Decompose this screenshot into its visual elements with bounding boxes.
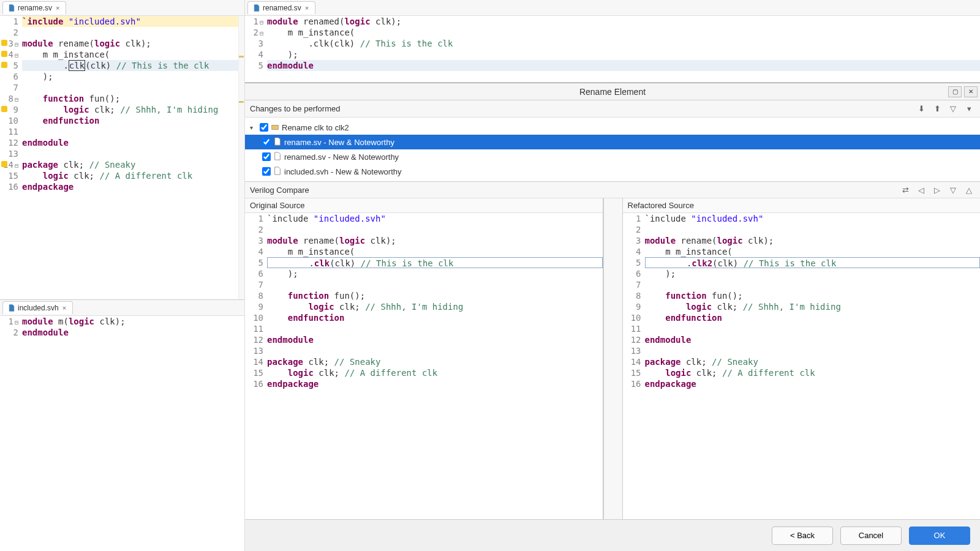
tree-item-label: included.svh - New & Noteworthy xyxy=(284,167,401,176)
compare-separator xyxy=(603,198,623,519)
tree-checkbox[interactable] xyxy=(262,138,271,146)
copy-right-icon[interactable]: ▷ xyxy=(931,184,943,196)
tree-checkbox[interactable] xyxy=(262,152,271,161)
left-top-tab-bar: rename.sv × xyxy=(0,0,244,16)
dialog-title: Rename Element xyxy=(579,87,646,97)
prev-diff-icon[interactable]: △ xyxy=(963,184,975,196)
overview-ruler[interactable] xyxy=(238,16,244,299)
tree-item-label: renamed.sv - New & Noteworthy xyxy=(284,152,399,162)
refactored-source-label: Refactored Source xyxy=(623,198,981,213)
tree-item-label: rename.sv - New & Noteworthy xyxy=(284,138,394,147)
svg-rect-0 xyxy=(272,126,279,130)
rename-op-icon xyxy=(271,123,279,132)
tree-item-row[interactable]: rename.sv - New & Noteworthy xyxy=(245,135,980,149)
editor-renamed-sv[interactable]: 1⊟2⊟345module renamed(logic clk); m m_in… xyxy=(245,16,980,82)
maximize-button[interactable]: ▢ xyxy=(948,86,962,97)
tab-label: renamed.sv xyxy=(263,4,301,12)
next-diff-icon[interactable]: ▽ xyxy=(947,184,959,196)
tree-checkbox[interactable] xyxy=(262,167,271,176)
back-button[interactable]: < Back xyxy=(772,527,833,545)
refactored-source-pane[interactable]: 12345678910111213141516`include "include… xyxy=(623,213,981,519)
compare-header: Verilog Compare xyxy=(250,186,309,195)
editor-included-svh[interactable]: 1⊟2module m(logic clk);endmodule xyxy=(0,316,244,551)
file-icon xyxy=(273,167,282,177)
tab-included-svh[interactable]: included.svh × xyxy=(2,301,73,314)
dialog-titlebar: Rename Element ▢ ✕ xyxy=(245,83,980,100)
copy-left-icon[interactable]: ◁ xyxy=(915,184,927,196)
file-icon xyxy=(273,152,282,162)
original-source-pane[interactable]: 12345678910111213141516`include "include… xyxy=(245,213,603,519)
file-icon xyxy=(253,4,260,12)
close-icon[interactable]: × xyxy=(61,304,67,312)
tab-renamed-sv[interactable]: renamed.sv × xyxy=(247,1,315,14)
editor-rename-sv[interactable]: 123⊟4⊟5678⊟91011121314⊟1516`include "inc… xyxy=(0,16,244,299)
tree-checkbox[interactable] xyxy=(260,123,268,132)
changes-header: Changes to be performed xyxy=(250,104,340,113)
cancel-button[interactable]: Cancel xyxy=(840,527,902,545)
original-source-label: Original Source xyxy=(245,198,603,213)
dropdown-icon[interactable]: ▾ xyxy=(963,103,975,115)
tab-label: included.svh xyxy=(18,304,59,312)
ok-button[interactable]: OK xyxy=(909,527,970,545)
file-icon xyxy=(8,4,15,12)
tree-item-row[interactable]: renamed.sv - New & Noteworthy xyxy=(245,149,980,164)
changes-tree: ▾ Rename clk to clk2 rename.sv - New & N… xyxy=(245,118,980,181)
prev-change-icon[interactable]: ⬆ xyxy=(931,103,943,115)
rename-dialog: Rename Element ▢ ✕ Changes to be perform… xyxy=(245,83,980,551)
twisty-icon[interactable]: ▾ xyxy=(250,124,257,131)
left-bot-tab-bar: included.svh × xyxy=(0,300,244,316)
filter-icon[interactable]: ▽ xyxy=(947,103,959,115)
next-change-icon[interactable]: ⬇ xyxy=(915,103,927,115)
file-icon xyxy=(273,137,282,148)
right-tab-bar: renamed.sv × xyxy=(245,0,980,16)
tab-label: rename.sv xyxy=(18,4,52,12)
tree-root-label: Rename clk to clk2 xyxy=(282,123,349,132)
file-icon xyxy=(8,304,15,312)
close-icon[interactable]: × xyxy=(55,4,61,12)
swap-icon[interactable]: ⇄ xyxy=(899,184,911,196)
close-icon[interactable]: × xyxy=(304,4,310,12)
tree-item-row[interactable]: included.svh - New & Noteworthy xyxy=(245,164,980,179)
close-button[interactable]: ✕ xyxy=(964,86,978,97)
tree-root-row[interactable]: ▾ Rename clk to clk2 xyxy=(245,120,980,135)
tab-rename-sv[interactable]: rename.sv × xyxy=(2,1,66,14)
